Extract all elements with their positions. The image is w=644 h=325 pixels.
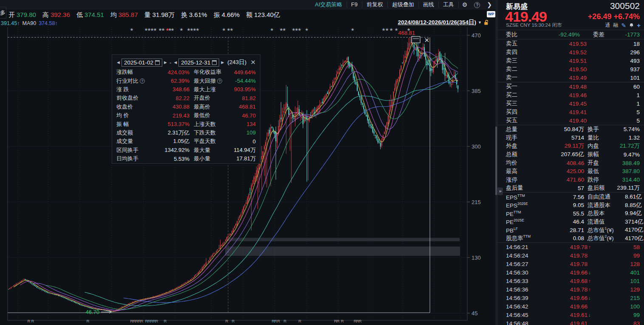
start-date-box[interactable]: 2025-01-02 [121,59,162,67]
ex-rights-marker[interactable]: R [277,319,280,323]
stat-row: 外盘29.11万 内盘21.72万 [497,142,644,151]
stat-row: 最高425.00 最低387.80 [497,167,644,176]
ex-rights-marker[interactable]: R [299,319,302,323]
end-date: 2025-12-31 [181,59,210,66]
tick-row: 14:56:42419.66100 [497,302,644,311]
calendar-icon [212,60,217,65]
event-star-marker[interactable]: ★ [153,27,157,32]
popup-header: ◀ 2025-01-02 ▶ - ◀ 2025-12-31 ▶ (243日) ✕ [116,57,256,68]
lowest-price-label: 46.70 [85,309,99,315]
start-date-next-icon[interactable]: ▶ [164,60,167,64]
interval-day-count: (243日) [226,59,246,66]
event-star-marker[interactable]: ★ [282,27,286,32]
event-star-marker[interactable]: ★ [407,27,411,32]
ex-rights-marker[interactable]: R [28,319,31,323]
order-book-row[interactable]: 买五419.405 [497,116,644,125]
quote-header: 新易盛 300502 419.49 +26.49 +6.74% SZSE CNY… [497,0,644,30]
order-book-row[interactable]: 卖五419.5318 [497,39,644,48]
event-star-marker[interactable]: ★ [180,27,184,32]
popup-stat-row: 成交额 2.31万亿 下跌天数 109 [116,129,256,137]
add-watchlist-icon[interactable]: + [637,22,641,29]
event-star-marker[interactable]: ★ [230,27,234,32]
ex-rights-marker[interactable]: R [141,319,144,323]
event-star-marker[interactable]: ★ [390,27,393,32]
quote-side-panel: » 新易盛 300502 419.49 +26.49 +6.74% SZSE C… [497,0,644,325]
popup-stat-row: 振 幅 513.37% 上涨天数 134 [116,120,256,128]
ex-rights-marker[interactable]: R [155,319,158,323]
tick-row: 14:56:27419.78128 [497,260,644,268]
ex-rights-marker[interactable]: R [232,319,235,323]
margin-badge-rong: 融 [613,22,619,29]
event-star-marker[interactable]: ★ [161,27,165,32]
ex-rights-marker[interactable]: R [274,319,277,323]
calendar-icon [155,60,160,65]
event-star-marker[interactable]: ★ [196,27,200,32]
start-date-prev-icon[interactable]: ◀ [116,60,120,64]
fundamental-row: PETTM55.5 总股本9.94亿 [497,209,644,218]
fundamental-row: PE2025E46.4 流通值3714亿 [497,218,644,226]
order-book-row[interactable]: 买三419.451 [497,99,644,108]
order-book-row[interactable]: 卖三419.51493 [497,56,644,65]
event-star-marker[interactable]: ★ [351,27,355,32]
order-book-row[interactable]: 买二419.461 [497,91,644,99]
panel-expander-icon[interactable]: » [497,188,503,195]
order-book-row[interactable]: 卖四419.52296 [497,48,644,56]
header-icons: 通 融 ✎ + [605,22,641,29]
event-star-marker[interactable]: ★ [130,27,134,32]
end-date-prev-icon[interactable]: ◀ [173,60,177,64]
popup-stat-row: 日均换手 5.53% 最小量 17.81万 [116,154,256,163]
margin-badge-tong: 通 [605,22,610,29]
event-star-marker[interactable]: ★ [270,27,274,32]
y-axis-label: 300 [472,143,481,150]
ex-rights-marker[interactable]: R [226,319,229,323]
event-star-marker[interactable]: ★ [171,27,175,32]
price-change: +26.49 +6.74% [588,12,640,21]
tick-row: 14:56:39419.66↓215 [497,294,644,302]
ex-rights-marker[interactable]: R [341,319,344,323]
question-icon[interactable]: ? [217,78,222,84]
ex-rights-marker[interactable]: R [359,319,362,323]
ex-rights-marker[interactable]: R [337,319,340,323]
order-book-row[interactable]: 卖二419.50937 [497,65,644,73]
selection-handle-icon[interactable] [412,36,420,43]
y-axis-label: 215 [472,199,481,205]
stat-row: 涨停471.60 跌停314.40 [497,176,644,184]
fundamental-row: 股息率TTM0.08 总市值2(¥)4170亿 [497,234,644,243]
stat-row: 现手5714 量比1.32 [497,134,644,142]
popup-stat-row: 收盘价 430.88 最高价 468.81 [116,103,256,111]
ex-rights-marker[interactable]: R [164,319,167,323]
fundamental-row: PBLF28.71 总市值1(¥)4170亿 [497,226,644,234]
panel-scrollbar-thumb[interactable] [495,126,497,195]
ex-rights-marker[interactable]: R [284,319,287,323]
order-book-row[interactable]: 买四419.415 [497,108,644,116]
question-icon[interactable]: ? [140,78,145,84]
event-star-marker[interactable]: ★ [222,27,226,32]
alert-bell-icon[interactable] [629,23,634,28]
weibi-row: 委比 -92.49% 委差 -1773 [497,30,644,39]
market-status: SZSE CNY 15:30:24 闭市 [506,22,562,28]
y-axis-label: 470 [472,32,481,39]
y-axis-label: 130 [472,255,481,261]
selection-close-icon[interactable]: ✕ [424,36,429,44]
chart-region: AI交易策略F9前复权超级叠加画线工具 ⚙ ? ❯ 多 开379.80高392.… [0,0,497,325]
popup-close-icon[interactable]: ✕ [250,59,256,66]
event-star-marker[interactable]: ★ [298,27,302,32]
popup-stat-row: 前收盘价 82.22 开盘价 81.82 [116,94,256,102]
end-date-box[interactable]: 2025-12-31 [178,59,219,67]
tick-row: 14:56:45419.61↓99 [497,311,644,319]
ex-rights-marker[interactable]: R [87,319,90,323]
end-date-next-icon[interactable]: ▶ [220,60,224,64]
ex-rights-marker[interactable]: R [31,319,34,323]
event-star-marker[interactable]: ★ [385,27,389,32]
popup-stat-row: 涨 跌 348.66 最大上涨 903.95% [116,85,256,94]
fundamental-stats: EPSTTM7.56 自由流通8.61亿 EPS2025E9.05 流通股本8.… [497,193,644,242]
edit-pencil-icon[interactable]: ✎ [621,22,627,29]
tick-row: 14:56:21419.78↑58 [497,243,644,251]
order-book-row[interactable]: 买一419.4860 [497,82,644,91]
event-star-marker[interactable]: ★ [395,27,398,32]
order-book-row[interactable]: 卖一419.49101 [497,73,644,82]
weicha-value: -1773 [604,31,640,38]
highlight-band [225,247,460,256]
event-star-marker[interactable]: ★ [305,27,309,32]
tick-row: 14:56:48419.6183 [497,319,644,325]
